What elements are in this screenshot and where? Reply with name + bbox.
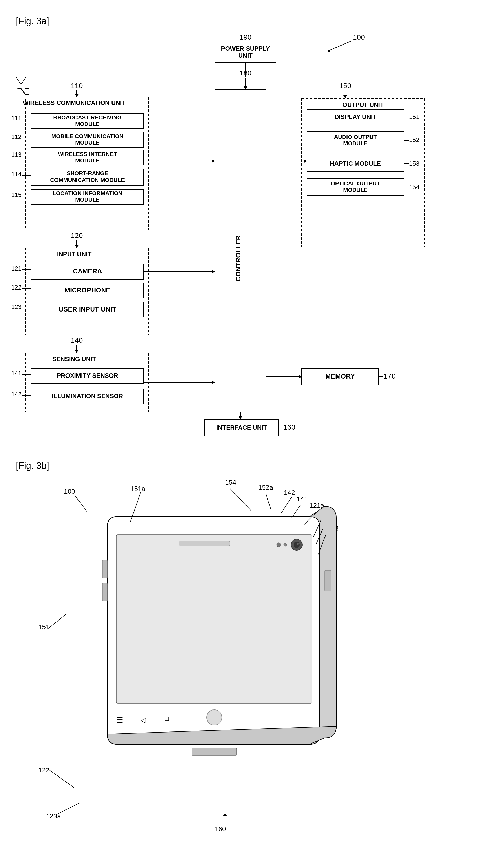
svg-line-155 xyxy=(75,496,87,512)
svg-text:114: 114 xyxy=(11,171,21,178)
svg-marker-10 xyxy=(244,86,247,90)
svg-marker-47 xyxy=(212,159,215,163)
svg-text:153: 153 xyxy=(409,160,419,167)
svg-marker-114 xyxy=(299,375,302,378)
svg-text:151a: 151a xyxy=(130,485,145,493)
svg-text:121: 121 xyxy=(11,265,21,272)
svg-text:160: 160 xyxy=(283,423,295,431)
svg-text:SHORT-RANGE: SHORT-RANGE xyxy=(67,170,108,177)
svg-line-159 xyxy=(281,497,291,513)
svg-text:☰: ☰ xyxy=(116,716,123,724)
svg-text:111: 111 xyxy=(11,114,21,122)
svg-text:WIRELESS INTERNET: WIRELESS INTERNET xyxy=(58,151,117,157)
svg-marker-86 xyxy=(343,95,347,99)
fig3b-phone: 100 151a 154 152a 142 141 121a 101 102 1… xyxy=(15,465,488,844)
svg-line-168 xyxy=(47,769,74,788)
svg-text:WIRELESS COMMUNICATION UNIT: WIRELESS COMMUNICATION UNIT xyxy=(23,99,126,106)
svg-text:160: 160 xyxy=(215,825,226,833)
svg-rect-146 xyxy=(102,560,107,578)
svg-text:DISPLAY UNIT: DISPLAY UNIT xyxy=(335,113,376,120)
svg-marker-81 xyxy=(212,380,215,384)
svg-text:141: 141 xyxy=(11,370,21,377)
svg-text:122: 122 xyxy=(11,284,21,291)
svg-text:100: 100 xyxy=(64,487,75,495)
svg-line-14 xyxy=(21,77,26,84)
fig3a-diagram: 190 100 POWER SUPPLY UNIT 180 ⌥ 110 WIRE… xyxy=(0,15,504,450)
svg-text:120: 120 xyxy=(71,231,83,239)
svg-text:MODULE: MODULE xyxy=(75,196,100,203)
svg-rect-147 xyxy=(102,583,107,601)
svg-point-141 xyxy=(206,710,222,725)
svg-text:OUTPUT UNIT: OUTPUT UNIT xyxy=(342,101,384,108)
svg-text:113: 113 xyxy=(11,151,21,158)
svg-text:112: 112 xyxy=(11,133,21,140)
svg-text:154: 154 xyxy=(225,479,236,486)
svg-text:170: 170 xyxy=(383,372,396,380)
svg-text:MODULE: MODULE xyxy=(75,157,100,164)
svg-text:MICROPHONE: MICROPHONE xyxy=(65,286,110,294)
svg-text:◁: ◁ xyxy=(141,716,146,724)
svg-point-150 xyxy=(293,542,300,548)
svg-text:USER INPUT UNIT: USER INPUT UNIT xyxy=(58,305,116,313)
svg-text:MOBILE COMMUNICATION: MOBILE COMMUNICATION xyxy=(51,133,124,139)
svg-text:150: 150 xyxy=(339,82,352,90)
svg-text:152: 152 xyxy=(409,136,419,143)
svg-text:INTERFACE UNIT: INTERFACE UNIT xyxy=(216,424,267,431)
svg-text:151: 151 xyxy=(409,113,419,120)
svg-text:142: 142 xyxy=(284,489,295,496)
svg-text:□: □ xyxy=(165,715,169,722)
svg-text:POWER SUPPLY: POWER SUPPLY xyxy=(221,45,270,52)
svg-text:152a: 152a xyxy=(258,484,273,491)
svg-text:OPTICAL OUTPUT: OPTICAL OUTPUT xyxy=(331,180,380,187)
svg-line-160 xyxy=(291,505,301,518)
svg-line-158 xyxy=(266,494,271,510)
svg-text:142: 142 xyxy=(11,391,21,398)
svg-text:COMMUNICATION MODULE: COMMUNICATION MODULE xyxy=(50,177,125,183)
svg-text:SENSING UNIT: SENSING UNIT xyxy=(52,356,96,362)
svg-text:AUDIO OUTPUT: AUDIO OUTPUT xyxy=(334,134,377,140)
svg-point-151 xyxy=(296,543,299,545)
svg-text:123: 123 xyxy=(11,303,21,310)
svg-text:122: 122 xyxy=(38,766,49,774)
svg-text:140: 140 xyxy=(71,336,83,344)
svg-marker-66 xyxy=(212,270,215,273)
svg-marker-167 xyxy=(223,813,227,816)
svg-point-153 xyxy=(284,543,287,546)
page: [Fig. 3a] 190 100 POWER SUPPLY UNIT 180 … xyxy=(0,0,504,854)
svg-text:110: 110 xyxy=(71,82,83,90)
svg-marker-69 xyxy=(75,350,78,353)
svg-text:190: 190 xyxy=(239,33,252,41)
svg-rect-154 xyxy=(192,748,236,755)
svg-marker-50 xyxy=(75,245,78,248)
svg-rect-148 xyxy=(325,570,331,591)
svg-text:115: 115 xyxy=(11,191,21,198)
svg-text:MODULE: MODULE xyxy=(343,187,367,193)
svg-text:PROXIMITY SENSOR: PROXIMITY SENSOR xyxy=(57,372,118,379)
svg-point-152 xyxy=(277,543,281,547)
svg-text:BROADCAST RECEIVING: BROADCAST RECEIVING xyxy=(53,114,122,121)
svg-text:MODULE: MODULE xyxy=(75,139,100,146)
svg-line-157 xyxy=(230,488,251,510)
svg-text:INPUT UNIT: INPUT UNIT xyxy=(57,251,92,257)
svg-line-169 xyxy=(56,803,79,815)
svg-text:MODULE: MODULE xyxy=(75,121,100,127)
svg-text:100: 100 xyxy=(353,33,365,41)
svg-rect-140 xyxy=(179,541,230,546)
svg-line-2 xyxy=(327,41,352,51)
svg-line-165 xyxy=(47,614,67,629)
svg-text:154: 154 xyxy=(409,184,419,191)
svg-marker-18 xyxy=(75,94,78,97)
svg-text:MODULE: MODULE xyxy=(343,140,367,146)
svg-text:ILLUMINATION SENSOR: ILLUMINATION SENSOR xyxy=(52,393,123,399)
svg-text:141: 141 xyxy=(296,495,308,503)
svg-text:HAPTIC MODULE: HAPTIC MODULE xyxy=(330,160,381,167)
svg-text:180: 180 xyxy=(239,69,252,77)
svg-marker-120 xyxy=(238,416,242,420)
svg-text:MEMORY: MEMORY xyxy=(325,372,355,380)
svg-text:LOCATION INFORMATION: LOCATION INFORMATION xyxy=(53,190,123,196)
svg-text:UNIT: UNIT xyxy=(238,52,253,59)
svg-text:CONTROLLER: CONTROLLER xyxy=(234,235,242,282)
svg-text:151: 151 xyxy=(38,623,49,631)
svg-text:⌥: ⌥ xyxy=(17,84,30,97)
svg-text:CAMERA: CAMERA xyxy=(73,267,102,275)
